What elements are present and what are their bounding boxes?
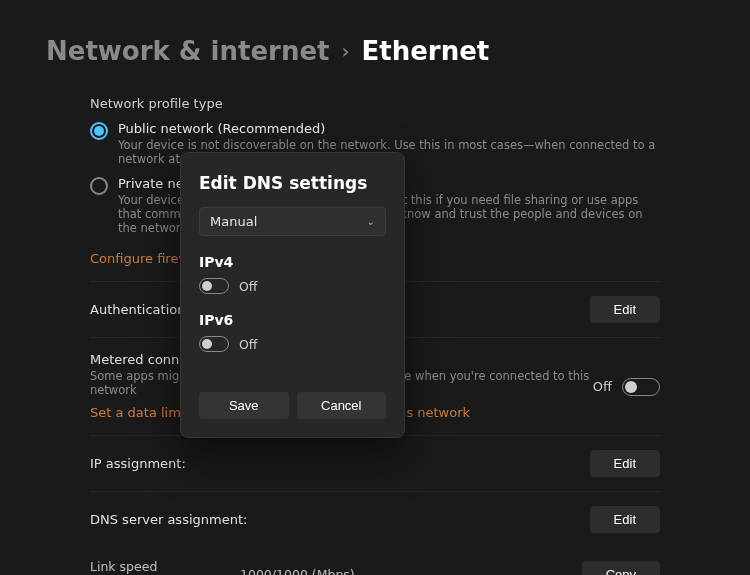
toggle-label: Off [239,279,257,294]
group-title: IPv6 [199,312,386,328]
group-title: IPv4 [199,254,386,270]
row-dns-assignment: DNS server assignment: Edit [90,491,660,547]
select-value: Manual [210,214,257,229]
row-title: IP assignment: [90,456,186,471]
chevron-down-icon: ⌄ [367,216,375,227]
edit-button[interactable]: Edit [590,296,660,323]
dialog-title: Edit DNS settings [199,173,386,193]
detail-row: Link speed (Receive/Transmit): 1000/1000… [90,555,660,575]
detail-value: 1000/1000 (Mbps) [240,567,355,576]
breadcrumb: Network & internet › Ethernet [46,0,704,84]
dns-mode-select[interactable]: Manual ⌄ [199,207,386,236]
toggle-label: Off [239,337,257,352]
edit-dns-dialog: Edit DNS settings Manual ⌄ IPv4 Off IPv6… [180,152,405,438]
radio-icon[interactable] [90,122,108,140]
cancel-button[interactable]: Cancel [297,392,387,419]
chevron-right-icon: › [341,39,349,63]
metered-toggle[interactable] [622,378,660,396]
copy-button[interactable]: Copy [582,561,660,576]
profile-type-heading: Network profile type [90,84,660,121]
ipv4-toggle[interactable] [199,278,229,294]
row-title: DNS server assignment: [90,512,247,527]
page-title: Ethernet [361,36,489,66]
edit-button[interactable]: Edit [590,450,660,477]
row-ip-assignment: IP assignment: Edit [90,435,660,491]
ipv6-group: IPv6 Off [199,312,386,352]
save-button[interactable]: Save [199,392,289,419]
breadcrumb-parent[interactable]: Network & internet [46,36,329,66]
detail-label: Link speed (Receive/Transmit): [90,559,240,575]
radio-label: Public network (Recommended) [118,121,660,136]
ipv4-group: IPv4 Off [199,254,386,294]
connection-details: Link speed (Receive/Transmit): 1000/1000… [90,547,660,575]
radio-icon[interactable] [90,177,108,195]
toggle-label: Off [593,379,612,394]
ipv6-toggle[interactable] [199,336,229,352]
edit-button[interactable]: Edit [590,506,660,533]
